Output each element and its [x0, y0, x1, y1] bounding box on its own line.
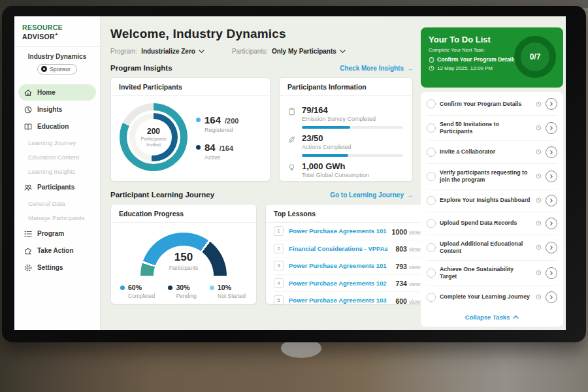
sidebar-item-general-data[interactable]: General Data	[18, 196, 96, 210]
task-row[interactable]: Achieve One Sustainability Target	[427, 261, 557, 286]
sidebar-item-participants[interactable]: Participants	[18, 179, 96, 195]
task-checkbox[interactable]	[427, 196, 436, 205]
sidebar-item-label: Education	[37, 123, 69, 130]
stat-value: 1,000 GWh	[302, 161, 403, 171]
task-open-button[interactable]	[546, 98, 557, 110]
task-row[interactable]: Confirm Your Program Details	[427, 93, 557, 116]
task-label: Achieve One Sustainability Target	[440, 266, 532, 280]
task-open-button[interactable]	[546, 218, 557, 229]
sidebar-item-learning-insights[interactable]: Learning Insights	[18, 164, 96, 178]
task-checkbox[interactable]	[427, 148, 436, 157]
card-title: Education Progress	[111, 204, 256, 223]
insights-cards-row: Invited Participants 200 Participants In…	[110, 77, 413, 182]
gauge-center-label: Participants	[135, 265, 233, 271]
education-gauge-chart: 150 Participants	[135, 230, 233, 280]
todo-next-task: Confirm Your Program Details	[437, 56, 516, 63]
gear-icon	[24, 263, 33, 272]
task-checkbox[interactable]	[427, 293, 436, 302]
lesson-row[interactable]: 4 Power Purchase Agreements 102 734views	[274, 274, 423, 292]
progress-bar	[302, 126, 403, 129]
list-icon	[24, 229, 33, 238]
task-checkbox[interactable]	[427, 99, 436, 108]
sidebar-item-education[interactable]: Education	[18, 118, 96, 135]
puzzle-icon	[24, 246, 33, 255]
task-checkbox[interactable]	[427, 123, 436, 133]
stat-value: 79/164	[302, 105, 403, 115]
task-open-button[interactable]	[546, 122, 557, 134]
sidebar-item-take-action[interactable]: Take Action	[18, 242, 96, 259]
lesson-title-link[interactable]: Financial Considerations - VPPAs	[289, 245, 390, 252]
program-filter-value: Industrialize Zero	[141, 48, 195, 55]
task-open-button[interactable]	[546, 242, 557, 253]
clock-icon	[536, 173, 542, 179]
participants-filter[interactable]: Participants: Only My Participants	[232, 48, 346, 55]
legend-dot	[210, 286, 214, 290]
collapse-tasks-link[interactable]: Collapse Tasks	[427, 308, 557, 325]
participants-filter-value: Only My Participants	[272, 48, 336, 55]
donut-center-value: 200	[147, 127, 160, 136]
task-checkbox[interactable]	[427, 219, 436, 228]
sidebar-item-education-content[interactable]: Education Content	[18, 150, 96, 164]
lesson-row[interactable]: 5 Power Purchase Agreements 103 600views	[274, 291, 423, 309]
task-row[interactable]: Send 50 Invitations to Participants	[427, 116, 557, 141]
task-open-button[interactable]	[546, 171, 557, 182]
lesson-title-link[interactable]: Power Purchase Agreements 102	[289, 280, 390, 287]
sponsor-badge[interactable]: Sponsor	[37, 64, 77, 74]
sidebar-item-manage-participants[interactable]: Manage Participants	[18, 210, 96, 225]
sidebar-item-learning-journey[interactable]: Learning Journey	[18, 135, 96, 150]
lesson-row[interactable]: 1 Power Purchase Agreements 101 1000view…	[274, 223, 423, 240]
sidebar-item-settings[interactable]: Settings	[18, 259, 96, 276]
monitor-bezel: RESOURCE ADVISOR+ Industry Dynamics Spon…	[2, 6, 586, 342]
chevron-up-icon	[513, 315, 519, 319]
card-title: Participants Information	[280, 78, 412, 96]
program-filter[interactable]: Program: Industrialize Zero	[110, 48, 204, 55]
participants-information-card: Participants Information 79/164 Emission…	[279, 77, 413, 182]
invited-donut-chart: 200 Participants Invited	[120, 103, 188, 171]
lesson-rank: 4	[274, 278, 284, 288]
todo-datetime: 12 May 2025, 12:00 PM	[437, 65, 493, 71]
task-checkbox[interactable]	[427, 269, 436, 278]
task-row[interactable]: Complete Your Learning Journey	[427, 286, 557, 308]
sidebar-item-home[interactable]: Home	[18, 84, 96, 101]
lesson-title-link[interactable]: Power Purchase Agreements 103	[289, 297, 390, 304]
sidebar-item-insights[interactable]: Insights	[18, 101, 96, 118]
lesson-row[interactable]: 2 Financial Considerations - VPPAs 803vi…	[274, 240, 423, 257]
legend-dot	[168, 286, 172, 290]
task-checkbox[interactable]	[427, 172, 436, 181]
task-row[interactable]: Explore Your Insights Dashboard	[427, 189, 557, 212]
sidebar-item-label: Learning Journey	[28, 139, 76, 146]
task-open-button[interactable]	[546, 195, 557, 206]
task-row[interactable]: Verify participants requesting to join t…	[427, 164, 557, 189]
clock-icon	[536, 244, 542, 250]
lesson-rank: 2	[274, 244, 284, 253]
task-open-button[interactable]	[546, 146, 557, 158]
arrow-right-icon: →	[406, 191, 413, 199]
page-title: Welcome, Industry Dynamics	[110, 27, 413, 41]
check-more-insights-link[interactable]: Check More Insights →	[340, 65, 413, 72]
lesson-title-link[interactable]: Power Purchase Agreements 101	[289, 262, 390, 269]
tasks-list-card: Confirm Your Program Details Send 50 Inv…	[421, 92, 563, 327]
dashboard-screen: RESOURCE ADVISOR+ Industry Dynamics Spon…	[14, 16, 566, 330]
arrow-right-icon: →	[406, 65, 413, 72]
collapse-label: Collapse Tasks	[465, 314, 510, 321]
task-row[interactable]: Upload Additional Educational Content	[427, 235, 557, 261]
progress-bar-fill	[302, 126, 350, 129]
sidebar-item-label: Program	[37, 230, 64, 237]
task-row[interactable]: Invite a Collaborator	[427, 141, 557, 164]
app-logo[interactable]: RESOURCE ADVISOR+	[14, 16, 100, 47]
task-open-button[interactable]	[546, 291, 557, 303]
card-title: Top Lessons	[266, 204, 431, 223]
sidebar-item-label: Manage Participants	[28, 214, 85, 221]
lesson-title-link[interactable]: Power Purchase Agreements 101	[289, 227, 387, 235]
sidebar-item-program[interactable]: Program	[18, 225, 96, 242]
lessons-list: 1 Power Purchase Agreements 101 1000view…	[266, 223, 431, 309]
task-row[interactable]: Upload Spend Data Records	[427, 212, 557, 235]
lesson-views: 600	[395, 297, 407, 305]
go-to-learning-journey-link[interactable]: Go to Learning Journey →	[330, 191, 413, 199]
lesson-row[interactable]: 3 Power Purchase Agreements 101 793views	[274, 257, 423, 274]
clipboard-icon	[287, 107, 297, 129]
stat-label: Emission Survey Completed	[302, 116, 403, 122]
task-checkbox[interactable]	[427, 243, 436, 252]
program-insights-header: Program Insights Check More Insights →	[110, 64, 413, 72]
task-open-button[interactable]	[546, 267, 557, 279]
